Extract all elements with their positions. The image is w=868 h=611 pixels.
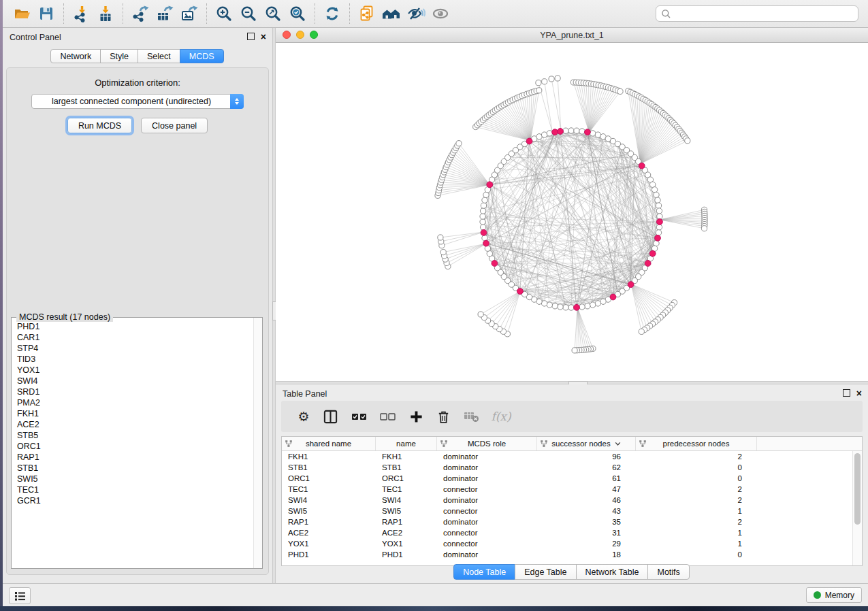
network-node[interactable]	[657, 219, 663, 225]
tab-node-table[interactable]: Node Table	[453, 564, 515, 580]
mcds-result-item[interactable]: PMA2	[17, 397, 253, 408]
memory-button[interactable]: Memory	[806, 587, 862, 603]
column-header-predecessor-nodes[interactable]: predecessor nodes	[636, 437, 757, 450]
network-node[interactable]	[654, 192, 659, 197]
tab-style[interactable]: Style	[100, 49, 138, 63]
create-column-button[interactable]	[402, 404, 430, 429]
network-node[interactable]	[656, 203, 661, 208]
close-window-button[interactable]	[283, 31, 291, 39]
network-node[interactable]	[480, 214, 485, 219]
network-node[interactable]	[487, 182, 493, 188]
search-box[interactable]	[656, 5, 858, 22]
network-node[interactable]	[480, 225, 485, 230]
column-header-successor-nodes[interactable]: successor nodes	[537, 437, 636, 450]
zoom-fit-button[interactable]	[261, 2, 285, 25]
table-row[interactable]: PHD1PHD1dominator180	[282, 549, 862, 560]
mcds-result-item[interactable]: ACE2	[17, 419, 253, 430]
table-row[interactable]: RAP1RAP1dominator352	[282, 516, 862, 527]
tab-edge-table[interactable]: Edge Table	[515, 564, 576, 580]
network-node[interactable]	[590, 302, 596, 308]
float-panel-icon[interactable]	[843, 389, 850, 397]
network-node[interactable]	[628, 282, 634, 288]
mcds-result-item[interactable]: YOX1	[17, 365, 253, 376]
network-node[interactable]	[585, 303, 590, 309]
network-node[interactable]	[656, 230, 661, 235]
network-node[interactable]	[552, 303, 558, 309]
table-row[interactable]: YOX1YOX1connector291	[282, 538, 862, 549]
show-graphics-details-button[interactable]	[428, 2, 453, 25]
deselect-all-button[interactable]	[374, 404, 402, 429]
mcds-result-item[interactable]: CAR1	[17, 332, 253, 343]
first-neighbors-button[interactable]	[379, 2, 404, 25]
export-network-button[interactable]	[128, 2, 152, 25]
import-network-button[interactable]	[69, 2, 93, 25]
table-scrollbar-thumb[interactable]	[854, 453, 861, 525]
import-table-button[interactable]	[93, 2, 118, 25]
tab-network[interactable]: Network	[50, 49, 101, 63]
minimize-window-button[interactable]	[296, 31, 304, 39]
network-node[interactable]	[492, 261, 498, 267]
network-node[interactable]	[558, 129, 564, 135]
network-node[interactable]	[590, 131, 596, 136]
network-node[interactable]	[701, 226, 707, 231]
network-node[interactable]	[456, 141, 462, 146]
network-node[interactable]	[482, 235, 487, 241]
network-node[interactable]	[552, 129, 558, 135]
mcds-result-list[interactable]: PHD1CAR1STP4TID3YOX1SWI4SRD1PMA2FKH1ACE2…	[12, 321, 253, 567]
delete-table-button[interactable]	[457, 404, 485, 429]
mcds-result-item[interactable]: SRD1	[17, 386, 253, 397]
network-node[interactable]	[649, 250, 656, 257]
network-node[interactable]	[685, 138, 690, 144]
table-row[interactable]: TEC1TEC1connector472	[282, 484, 862, 495]
network-node[interactable]	[558, 304, 563, 310]
zoom-selected-button[interactable]	[285, 2, 310, 25]
network-node[interactable]	[480, 219, 485, 225]
network-node[interactable]	[541, 132, 547, 137]
network-node[interactable]	[655, 197, 660, 203]
delete-column-button[interactable]	[430, 404, 457, 429]
network-node[interactable]	[563, 305, 568, 310]
optimization-criterion-select[interactable]: largest connected component (undirected)	[31, 94, 244, 109]
network-node[interactable]	[481, 203, 486, 208]
column-visibility-button[interactable]	[315, 404, 345, 429]
mcds-result-item[interactable]: FKH1	[17, 408, 253, 419]
select-all-button[interactable]	[345, 404, 374, 429]
network-node[interactable]	[478, 312, 483, 317]
task-history-button[interactable]	[9, 587, 31, 604]
table-row[interactable]: SWI4SWI4dominator462	[282, 495, 862, 506]
mcds-result-item[interactable]: PHD1	[17, 321, 253, 332]
network-node[interactable]	[655, 235, 661, 241]
network-node[interactable]	[526, 138, 532, 144]
mcds-result-item[interactable]: RAP1	[17, 452, 253, 463]
mcds-result-item[interactable]: SWI5	[17, 474, 253, 484]
maximize-window-button[interactable]	[310, 31, 318, 39]
column-header-mcds-role[interactable]: MCDS role	[437, 437, 537, 450]
table-row[interactable]: ORC1ORC1dominator610	[282, 473, 862, 484]
export-table-button[interactable]	[152, 2, 177, 25]
table-settings-button[interactable]: ⚙	[292, 404, 315, 429]
save-session-button[interactable]	[34, 2, 59, 25]
mcds-result-item[interactable]: STB5	[17, 430, 253, 441]
hide-graphics-details-button[interactable]	[404, 2, 428, 25]
network-node[interactable]	[574, 128, 579, 133]
close-panel-button[interactable]: Close panel	[141, 118, 208, 133]
network-node[interactable]	[440, 250, 446, 255]
tab-mcds[interactable]: MCDS	[180, 49, 224, 63]
network-node[interactable]	[438, 235, 443, 240]
network-node[interactable]	[639, 163, 645, 169]
run-mcds-button[interactable]: Run MCDS	[67, 118, 132, 133]
network-node[interactable]	[617, 88, 623, 94]
network-node[interactable]	[563, 128, 568, 133]
network-node[interactable]	[555, 76, 560, 81]
network-node[interactable]	[572, 348, 577, 353]
network-node[interactable]	[481, 230, 487, 236]
network-node[interactable]	[579, 129, 585, 134]
network-window-titlebar[interactable]: YPA_prune.txt_1	[276, 28, 868, 43]
network-node[interactable]	[574, 304, 580, 310]
mcds-result-item[interactable]: STP4	[17, 343, 253, 354]
tab-motifs[interactable]: Motifs	[647, 564, 689, 580]
table-row[interactable]: FKH1FKH1dominator962	[282, 451, 862, 462]
close-panel-icon[interactable]: ×	[261, 33, 266, 40]
mcds-result-scrollbar[interactable]	[253, 318, 262, 568]
function-builder-button[interactable]: f(x)	[485, 404, 517, 429]
